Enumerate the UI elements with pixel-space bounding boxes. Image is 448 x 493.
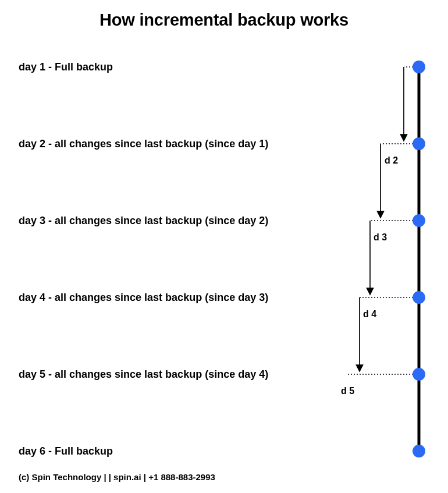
dot-day3 bbox=[413, 214, 425, 227]
dot-day4 bbox=[413, 291, 425, 304]
dot-day5 bbox=[413, 368, 425, 381]
dot-day6 bbox=[413, 445, 425, 457]
diagram-svg bbox=[0, 0, 448, 493]
diagram-wrapper: How incremental backup works day 1 - Ful… bbox=[0, 0, 448, 493]
dot-day2 bbox=[413, 137, 425, 150]
dot-day1 bbox=[413, 61, 425, 73]
